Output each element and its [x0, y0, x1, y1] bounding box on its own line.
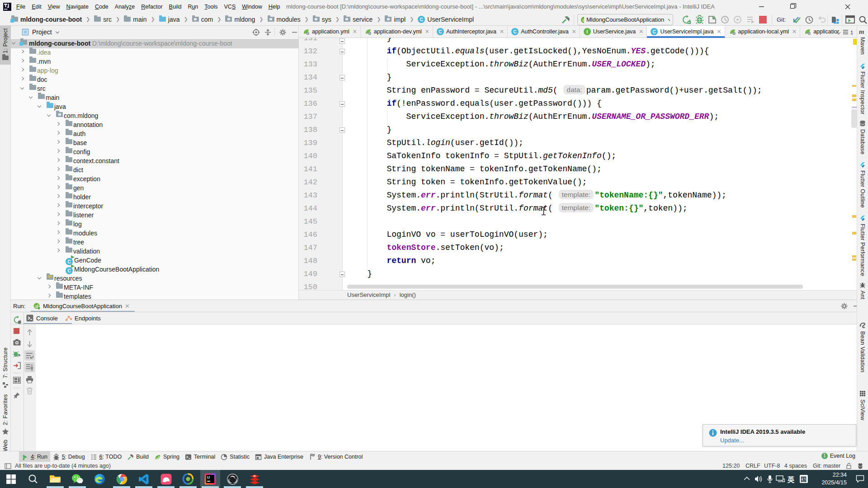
- svg-text:国: 国: [801, 476, 807, 483]
- svg-text:IJ: IJ: [207, 475, 210, 479]
